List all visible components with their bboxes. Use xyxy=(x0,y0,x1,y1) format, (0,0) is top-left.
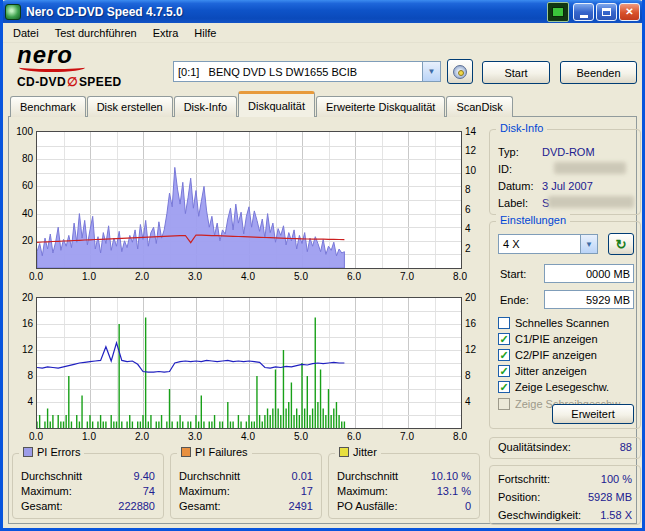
stat-value: 222880 xyxy=(118,500,155,512)
advanced-button[interactable]: Erweitert xyxy=(552,404,634,424)
tab-benchmark[interactable]: Benchmark xyxy=(10,96,86,117)
checkbox-box[interactable]: ✓ xyxy=(498,333,510,345)
start-position-field[interactable] xyxy=(544,264,634,283)
menu-item-datei[interactable]: Datei xyxy=(5,25,47,41)
progress-group: Fortschritt:100 % Position:5928 MB Gesch… xyxy=(489,465,641,525)
start-button[interactable]: Start xyxy=(482,61,550,84)
axis-tick-label: 20 xyxy=(22,235,33,246)
checkbox-box[interactable] xyxy=(498,398,510,410)
disk-info-label: Label: xyxy=(498,197,528,209)
checkbox-c2-pif-anzeigen[interactable]: ✓C2/PIF anzeigen xyxy=(498,348,597,362)
checkbox-jitter-anzeigen[interactable]: ✓Jitter anzeigen xyxy=(498,364,587,378)
monitor-screen-icon xyxy=(552,7,564,17)
maximize-icon xyxy=(602,8,611,16)
minimize-icon xyxy=(580,15,588,18)
axis-tick-label: 5.0 xyxy=(290,431,312,442)
axis-tick-label: 12 xyxy=(22,344,33,355)
checkbox-box[interactable] xyxy=(498,317,510,329)
disc-icon xyxy=(453,65,467,79)
axis-tick-label: 4.0 xyxy=(237,271,259,282)
settings-group: Einstellungen 4 X ▼ ↻ Start: Ende: Schne… xyxy=(489,221,641,429)
quality-index-box: Qualitätsindex:88 xyxy=(489,437,641,459)
menu-item-hilfe[interactable]: Hilfe xyxy=(186,25,224,41)
stats-pi-errors: PI Errors Durchschnitt9.40 Maximum:74 Ge… xyxy=(12,453,164,519)
checkbox-label: C2/PIF anzeigen xyxy=(515,349,597,361)
logo-cddvd: CD-DVD xyxy=(17,75,66,89)
quality-index-label: Qualitätsindex: xyxy=(498,441,571,453)
dropdown-arrow-icon[interactable]: ▼ xyxy=(580,235,597,253)
disk-info-label: Datum: xyxy=(498,180,533,192)
disk-info-value: 3 Jul 2007 xyxy=(542,180,593,192)
axis-tick-label: 2.0 xyxy=(131,271,153,282)
maximize-button[interactable] xyxy=(596,3,617,21)
axis-tick-label: 20 xyxy=(22,292,33,303)
tab-scandisk[interactable]: ScanDisk xyxy=(446,96,512,117)
axis-tick-label: 14 xyxy=(465,126,476,137)
pi-failures-color-icon xyxy=(181,447,191,457)
axis-tick-label: 6.0 xyxy=(343,271,365,282)
menu-item-test-durchfuehren[interactable]: Test durchführen xyxy=(47,25,145,41)
app-icon xyxy=(5,4,21,20)
axis-tick-label: 8.0 xyxy=(449,271,471,282)
redaction-blur xyxy=(548,196,634,208)
axis-tick-label: 0.0 xyxy=(25,271,47,282)
stat-value: 9.40 xyxy=(134,470,155,482)
utility-monitor-icon[interactable] xyxy=(547,2,569,22)
stat-label: Gesamt: xyxy=(179,500,221,512)
drive-select[interactable]: [0:1] BENQ DVD LS DW1655 BCIB ▼ xyxy=(173,61,441,82)
pif-jitter-chart: 48121620481216200.01.02.03.04.05.06.07.0… xyxy=(12,293,484,445)
app-window: Nero CD-DVD Speed 4.7.5.0 ✕ Datei Test d… xyxy=(0,0,645,531)
disk-info-label: ID: xyxy=(498,163,512,175)
menu-item-extra[interactable]: Extra xyxy=(145,25,187,41)
checkbox-box[interactable]: ✓ xyxy=(498,349,510,361)
jitter-color-icon xyxy=(339,447,349,457)
stat-value: 13.1 % xyxy=(437,485,471,497)
checkbox-zeige-lesegeschw[interactable]: ✓Zeige Lesegeschw. xyxy=(498,380,609,394)
redaction-blur xyxy=(554,162,626,174)
start-position-label: Start: xyxy=(500,268,526,280)
stat-label: Maximum: xyxy=(337,485,388,497)
quality-index-value: 88 xyxy=(620,441,632,453)
checkbox-label: Zeige Lesegeschw. xyxy=(515,381,609,393)
axis-tick-label: 4 xyxy=(465,396,471,407)
tab-disk-erstellen[interactable]: Disk erstellen xyxy=(87,96,173,117)
speed-select[interactable]: 4 X ▼ xyxy=(498,234,598,254)
checkbox-box[interactable]: ✓ xyxy=(498,365,510,377)
axis-tick-label: 7.0 xyxy=(396,271,418,282)
menu-bar: Datei Test durchführen Extra Hilfe xyxy=(3,23,642,43)
refresh-button[interactable]: ↻ xyxy=(608,233,634,255)
speed-value: 1.58 X xyxy=(600,509,632,521)
axis-tick-label: 60 xyxy=(22,180,33,191)
stats-jitter-title: Jitter xyxy=(335,446,381,458)
stat-value: 0 xyxy=(465,500,471,512)
checkbox-c1-pie-anzeigen[interactable]: ✓C1/PIE anzeigen xyxy=(498,332,598,346)
minimize-button[interactable] xyxy=(573,3,594,21)
stat-label: PO Ausfälle: xyxy=(337,500,398,512)
stat-label: Maximum: xyxy=(179,485,230,497)
stats-pi-failures-title: PI Failures xyxy=(177,446,252,458)
tab-diskqualitaet[interactable]: Diskqualität xyxy=(238,91,315,117)
axis-tick-label: 8 xyxy=(27,370,33,381)
stat-value: 10.10 % xyxy=(431,470,471,482)
pi-errors-color-icon xyxy=(23,447,33,457)
axis-tick-label: 6 xyxy=(465,204,471,215)
end-position-label: Ende: xyxy=(500,294,529,306)
dropdown-arrow-icon[interactable]: ▼ xyxy=(422,62,440,81)
checkbox-box[interactable]: ✓ xyxy=(498,381,510,393)
quit-button[interactable]: Beenden xyxy=(560,61,637,84)
end-position-field[interactable] xyxy=(544,290,634,309)
axis-tick-label: 12 xyxy=(465,145,476,156)
window-title: Nero CD-DVD Speed 4.7.5.0 xyxy=(26,5,547,19)
speed-select-value: 4 X xyxy=(499,238,580,250)
stats-pi-errors-title: PI Errors xyxy=(19,446,84,458)
eject-disc-button[interactable] xyxy=(447,59,473,84)
stat-label: Durchschnitt xyxy=(179,470,240,482)
stat-value: 17 xyxy=(301,485,313,497)
tab-erweiterte-diskqualitaet[interactable]: Erweiterte Diskqualität xyxy=(316,96,445,117)
close-button[interactable]: ✕ xyxy=(619,3,640,21)
tab-bar: Benchmark Disk erstellen Disk-Info Diskq… xyxy=(10,96,514,117)
chart-canvas xyxy=(37,132,461,268)
stat-label: Durchschnitt xyxy=(21,470,82,482)
tab-disk-info[interactable]: Disk-Info xyxy=(174,96,237,117)
checkbox-schnelles-scannen[interactable]: Schnelles Scannen xyxy=(498,316,609,330)
